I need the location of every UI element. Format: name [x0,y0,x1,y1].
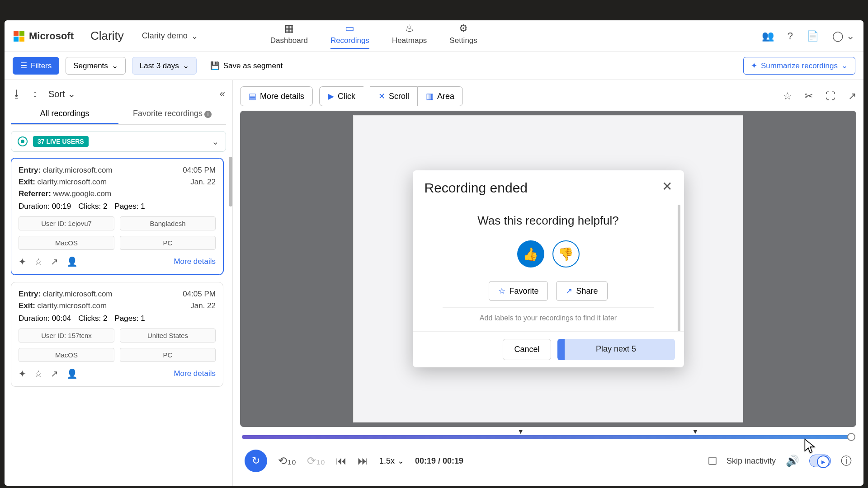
thumbs-down-button[interactable]: 👎 [552,240,580,267]
nav-tabs: ▦Dashboard ▭Recordings ♨Heatmaps ⚙Settin… [270,23,477,49]
video-icon: ▭ [345,23,354,34]
share-icon[interactable]: ↗ [51,368,58,379]
more-details-link[interactable]: More details [174,369,216,378]
referrer-value: www.google.com [53,189,112,198]
help-icon[interactable]: ? [788,30,793,42]
label: Segments [73,61,108,70]
info-icon[interactable]: ⓘ [841,454,852,468]
expand-icon[interactable]: ⛶ [826,90,835,102]
live-users-bar[interactable]: 37 LIVE USERS ⌄ [11,131,226,152]
player-panel: ▼ ▼ ↻ ⟲₁₀ ⟳₁₀ ⏮ ⏭ 1.5x⌄ 00:19 / 00:19 [240,427,856,481]
pages-value: 1 [141,314,145,323]
sparkle-icon[interactable]: ✦ [19,256,26,267]
more-details-button[interactable]: ▤More details [240,86,313,106]
speed-selector[interactable]: 1.5x⌄ [379,456,404,466]
people-icon[interactable]: 👥 [762,30,774,42]
timeline[interactable]: ▼ ▼ [242,429,854,441]
label: Save as segment [223,61,283,70]
share-icon[interactable]: ↗ [848,90,856,102]
rewind-10-icon[interactable]: ⟲₁₀ [278,455,296,467]
tab-dashboard[interactable]: ▦Dashboard [270,23,308,49]
project-selector[interactable]: Clarity demo ⌄ [142,31,198,41]
thumbs-up-icon: 👍 [523,247,538,262]
tab-all-recordings[interactable]: All recordings [11,104,118,124]
divider [82,30,82,42]
star-icon[interactable]: ☆ [783,90,792,102]
main-panel: ▤More details ▶Click ✕Scroll ▥Area ☆ ✂ ⛶… [233,80,863,486]
skip-forward-icon[interactable]: ⏭ [358,455,368,467]
recording-card[interactable]: Entry: clarity.microsoft.com 04:05 PM Ex… [11,282,223,387]
crop-icon[interactable]: ✂ [805,90,813,102]
clicks-value: 2 [103,314,107,323]
exit-label: Exit: [19,301,35,310]
player-controls: ↻ ⟲₁₀ ⟳₁₀ ⏮ ⏭ 1.5x⌄ 00:19 / 00:19 Skip i… [240,441,856,481]
save-segment-button[interactable]: 💾Save as segment [203,57,290,74]
timecode: 00:19 / 00:19 [415,456,463,466]
collapse-sidebar-icon[interactable]: « [220,88,225,100]
skip-inactivity-checkbox[interactable] [708,457,717,465]
sidebar-toolbar: ⭳ ↕ Sort⌄ « [11,86,226,104]
chevron-down-icon: ⌄ [841,61,848,70]
sort-icon[interactable]: ↕ [33,88,38,100]
download-icon[interactable]: ⭳ [12,88,22,100]
scrollbar-thumb[interactable] [229,157,232,206]
header: Microsoft Clarity Clarity demo ⌄ ▦Dashbo… [5,20,863,52]
summarize-button[interactable]: ✦Summarize recordings⌄ [743,57,855,75]
autoplay-toggle[interactable] [809,455,831,467]
share-button[interactable]: ↗Share [556,281,607,301]
gear-icon: ⚙ [459,23,468,34]
tab-favorite-recordings[interactable]: Favorite recordingsi [118,104,226,124]
document-icon[interactable]: 📄 [807,30,819,42]
exit-value: clarity.microsoft.com [38,178,107,186]
volume-icon[interactable]: 🔊 [786,455,799,467]
divider [443,307,654,308]
thumbs-up-button[interactable]: 👍 [517,240,544,267]
recording-card[interactable]: Entry: clarity.microsoft.com 04:05 PM Ex… [11,158,223,275]
chevron-down-icon: ⌄ [212,136,219,147]
recording-viewport: Recording ended ✕ Was this recording hel… [240,111,856,427]
close-icon[interactable]: ✕ [662,180,672,196]
label: Favorite [509,286,538,296]
account-icon[interactable]: ◯ ⌄ [832,30,854,42]
tab-settings[interactable]: ⚙Settings [449,23,477,49]
sparkle-icon[interactable]: ✦ [19,368,26,379]
tab-heatmaps[interactable]: ♨Heatmaps [392,23,427,49]
duration-label: Duration: [19,314,50,323]
live-badge: 37 LIVE USERS [33,136,89,147]
star-icon[interactable]: ☆ [34,368,42,379]
star-icon[interactable]: ☆ [34,256,42,267]
play-next-button[interactable]: Play next 5 [557,339,675,360]
time-value: 04:05 PM [183,290,216,299]
exit-label: Exit: [19,178,35,186]
chip-country: Bangladesh [120,216,216,230]
forward-10-icon[interactable]: ⟳₁₀ [307,455,325,467]
person-icon[interactable]: 👤 [66,256,78,267]
segments-button[interactable]: Segments⌄ [66,57,126,75]
mode-click-button[interactable]: ▶Click [319,86,363,106]
filters-button[interactable]: ☰Filters [13,57,59,75]
recordings-list[interactable]: Entry: clarity.microsoft.com 04:05 PM Ex… [11,158,226,486]
mode-scroll-button[interactable]: ✕Scroll [370,86,417,106]
more-details-link[interactable]: More details [174,257,216,266]
tab-label: Settings [449,36,477,45]
label: Summarize recordings [761,61,838,70]
tab-recordings[interactable]: ▭Recordings [330,23,369,49]
share-icon[interactable]: ↗ [51,256,58,267]
cancel-button[interactable]: Cancel [503,339,551,360]
header-actions: 👥 ? 📄 ◯ ⌄ [762,30,854,42]
sort-dropdown[interactable]: Sort⌄ [48,89,75,99]
heatmap-mode-group: ▶Click ✕Scroll ▥Area [319,86,463,106]
sparkle-icon: ✦ [751,61,757,70]
playhead-thumb[interactable] [847,433,855,441]
favorite-button[interactable]: ☆Favorite [489,281,548,301]
marker-icon: ▼ [692,428,698,435]
share-icon: ↗ [566,286,572,296]
mode-area-button[interactable]: ▥Area [417,86,463,106]
filter-bar: ☰Filters Segments⌄ Last 3 days⌄ 💾Save as… [5,52,863,80]
person-icon[interactable]: 👤 [66,368,78,379]
replay-button[interactable]: ↻ [245,450,267,472]
speed-value: 1.5x [379,456,395,466]
date-range-button[interactable]: Last 3 days⌄ [132,57,197,75]
skip-back-icon[interactable]: ⏮ [336,455,347,467]
recording-tabs: All recordings Favorite recordingsi [11,104,226,125]
